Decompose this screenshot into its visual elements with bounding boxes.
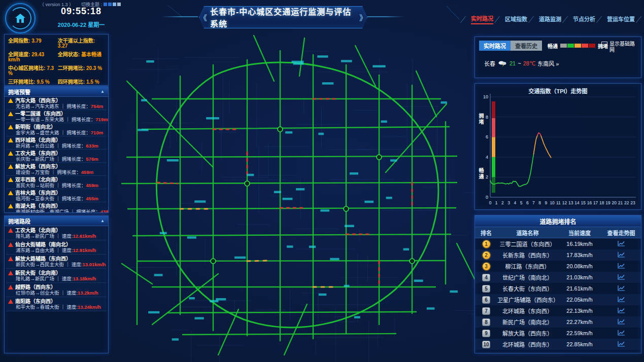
checkbox-box-icon[interactable] [601, 42, 607, 48]
stat-item: 次干道以上指数: 3.27 [58, 39, 105, 49]
table-row[interactable]: 9 解放大路（西向东） 22.59km/h [475, 328, 641, 339]
table-row[interactable]: 10 北环城路（西向东） 22.85km/h [475, 339, 641, 350]
trend-chart-icon[interactable] [618, 251, 625, 259]
warning-item[interactable]: 工农大路（东向西） 长庆街→新民广场 ｜ 拥堵长度：576m [6, 150, 107, 163]
rank-badge: 9 [482, 330, 490, 337]
weather-bar[interactable]: 长春 21 ~ 28℃ 东南风 » [484, 59, 559, 67]
trend-chart-icon[interactable] [618, 274, 625, 281]
nav-item[interactable]: 节点分析 [573, 15, 595, 24]
congestion-item[interactable]: 仙台大街辅路（南向北） 浦东路→自由大路 ｜ 速度:12.91km/h [6, 240, 107, 255]
table-row[interactable]: 2 长新东路（西向东） 17.83km/h [475, 249, 641, 261]
nav-item[interactable]: 区域指数 [505, 15, 527, 24]
collapse-icon[interactable]: ▲ [100, 219, 105, 223]
map-label [317, 55, 328, 58]
trend-chart-icon[interactable] [618, 263, 625, 270]
road-name: 卫星广场辅路（西向东） [497, 296, 558, 304]
road-name: 解放大路（西向东） [497, 329, 558, 337]
rank-badge: 2 [483, 251, 490, 259]
trend-chart-icon[interactable] [618, 285, 625, 292]
theme-swatch[interactable] [108, 3, 112, 6]
rank-badge: 6 [482, 296, 490, 304]
nav-item[interactable]: 道路监测 [539, 15, 561, 24]
congestion-speed-value: 12.91km/h [73, 247, 96, 253]
main-road [254, 35, 274, 81]
congestion-item[interactable]: 解放大路辅路（东向西） 新民大街→西民主大街 ｜ 速度:13.01km/h [6, 255, 107, 269]
nav-item[interactable]: 营运车位置 [607, 15, 635, 24]
rank-badge: 8 [482, 318, 490, 326]
main-road [127, 81, 213, 167]
congestion-item[interactable]: 工农大路（北向南） 隆礼路→新民广场 ｜ 速度:12.61km/h [6, 226, 107, 240]
y-tick: 2 [486, 174, 488, 179]
warning-length-value: 633m [86, 143, 98, 149]
theme-swatches[interactable] [104, 3, 121, 6]
trend-chart-icon[interactable] [618, 307, 625, 314]
congestion-item[interactable]: 南阳路（东向西） 和平大街→春城大街 ｜ 速度:13.24km/h [6, 297, 107, 311]
warning-triangle-icon [8, 204, 13, 208]
stat-item: 二环拥堵比: 20.3 % [58, 66, 105, 76]
home-logo[interactable] [5, 3, 36, 33]
collapse-icon[interactable]: ▲ [100, 89, 105, 94]
trend-chart-icon[interactable] [618, 296, 625, 303]
warning-item[interactable]: 解放大路（西向东） 建设街→万宝街 ｜ 拥堵长度：459m [6, 163, 107, 176]
trend-chart-icon[interactable] [618, 318, 625, 325]
congestion-item[interactable]: 越野路（西向东） 红领巾路→创业大街 ｜ 速度:13.2km/h [6, 283, 107, 297]
panel-title: 拥堵路段 [8, 217, 30, 225]
main-road [218, 309, 239, 355]
tpi-colorbar-segment [492, 118, 495, 137]
warning-item[interactable]: 南湖大路（东向西） 南湖新村中街→南湖广场 ｜ 拥堵长度：438m [6, 202, 107, 213]
warning-item[interactable]: 新明街（南向北） 金宇大路→盛世大路 ｜ 拥堵长度：710m [6, 123, 107, 136]
x-tick: 3 [507, 200, 510, 205]
separator: ｜ [65, 117, 71, 122]
header-speed: 当前速度 [558, 229, 601, 237]
road-tab[interactable]: 实时路况 [479, 41, 511, 51]
alert-triangle-icon [8, 228, 13, 233]
warning-item[interactable]: 汽车大路（西向东） 无名路→汽车大路东 ｜ 拥堵长度：754m [6, 97, 107, 110]
table-row[interactable]: 5 长春大街（东向西） 21.61km/h [475, 283, 641, 294]
y-tick: 10 [483, 94, 488, 99]
theme-swatch[interactable] [113, 3, 116, 6]
map-label [450, 291, 458, 293]
trend-chart-icon[interactable] [618, 341, 625, 348]
show-base-network-checkbox[interactable]: 显示基础路网 [601, 41, 638, 53]
congestion-list: 工农大路（北向南） 隆礼路→新民广场 ｜ 速度:12.61km/h 仙台大街辅路… [5, 226, 108, 311]
x-tick: 14 [574, 200, 580, 205]
separator: ｜ [60, 290, 65, 296]
map-label [320, 209, 329, 212]
table-row[interactable]: 6 卫星广场辅路（西向东） 22.05km/h [475, 294, 641, 305]
trend-chart-icon[interactable] [618, 330, 625, 337]
warning-item[interactable]: 一零二国道（东向西） 一零一省道→东荣大路 ｜ 拥堵长度：719m [6, 110, 107, 123]
current-speed: 17.83km/h [558, 252, 601, 258]
warning-item[interactable]: 西环城路（北向南） 新月路→长白公路 ｜ 拥堵长度：633m [6, 136, 107, 150]
theme-swatch[interactable] [104, 3, 107, 6]
table-row[interactable]: 7 北环城路（东向西） 22.13km/h [475, 305, 641, 316]
road-tab[interactable]: 查看历史 [511, 41, 542, 51]
nav-item[interactable]: 实时路况 [471, 14, 493, 24]
main-road [355, 46, 376, 86]
table-row[interactable]: 1 三零二国道（东向西） 16.19km/h [475, 238, 641, 249]
separator: ｜ [60, 304, 65, 310]
table-row[interactable]: 4 世纪广场（南向北） 21.03km/h [475, 272, 641, 283]
warning-length-label: 拥堵长度： [62, 143, 86, 149]
x-tick: 22 [624, 200, 629, 205]
trend-chart-icon[interactable] [618, 240, 625, 247]
theme-swatch[interactable] [117, 3, 121, 6]
legend-color-swatch [567, 44, 574, 48]
warning-item[interactable]: 吉林大路（东向西） 临河街→亚泰大街 ｜ 拥堵长度：455m [6, 189, 107, 202]
table-row[interactable]: 8 新民广场（南向北） 22.27km/h [475, 316, 641, 328]
congestion-speed-label: 速度: [62, 247, 73, 253]
home-icon [15, 13, 26, 23]
road-name: 三零二国道（东向西） [497, 240, 558, 248]
map-label [318, 133, 324, 135]
main-road [138, 261, 446, 261]
current-speed: 22.05km/h [558, 297, 601, 303]
table-row[interactable]: 3 柳江路（东向西） 20.08km/h [475, 261, 641, 272]
header-trend: 查看走势图 [601, 229, 641, 237]
interchange-node [211, 259, 216, 264]
map-label [441, 101, 447, 104]
congestion-item[interactable]: 新民大街（北向南） 隆礼路→新民广场 ｜ 速度:13.18km/h [6, 269, 107, 283]
congestion-speed-value: 13.18km/h [73, 276, 96, 281]
stat-value: 3.27 [58, 43, 67, 49]
main-road [128, 208, 456, 209]
stat-label: 四环拥堵比: [58, 79, 85, 85]
warning-item[interactable]: 双丰西路（北向南） 富民大街→站前街 ｜ 拥堵长度：459m [6, 176, 107, 189]
